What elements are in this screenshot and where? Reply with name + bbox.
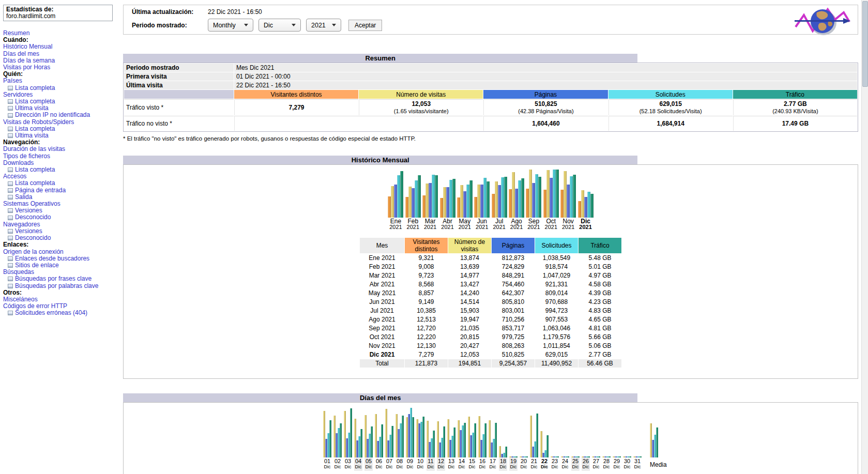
bar: [521, 178, 524, 218]
sidebar-sub-link[interactable]: Enlaces desde buscadores: [3, 255, 123, 262]
value-cell: 1,179,576: [535, 333, 578, 341]
sidebar-sub-link[interactable]: Solicitudes erróneas (404): [3, 310, 123, 316]
days-box: 01Dic02Dic03Dic04Dic05Dic06Dic07Dic08Dic…: [123, 402, 858, 474]
bar-group: [422, 175, 438, 218]
info-label: Última visita: [124, 81, 234, 89]
value-cell: 13,427: [448, 280, 491, 288]
bar: [486, 181, 490, 218]
unseen-bytes: 17.49 GB: [733, 116, 857, 131]
bar-group: [499, 446, 507, 457]
month-cell: May 2021: [360, 289, 404, 297]
total-cell: 56.46 GB: [578, 359, 621, 368]
bar: [418, 175, 421, 218]
value-cell: 21,035: [448, 324, 491, 332]
seen-bytes: 2.77 GB(240.93 KB/Visita): [733, 99, 857, 115]
bar-group: [427, 421, 435, 457]
sidebar-sub-label: Solicitudes erróneas (404): [15, 310, 87, 316]
bar-group: [437, 421, 445, 457]
bar: [573, 175, 576, 218]
blank-header-cell: [124, 90, 234, 99]
bar: [443, 426, 445, 457]
value-cell: 2.77 GB: [578, 350, 621, 359]
bar: [474, 423, 476, 457]
sidebar-sub-label: Búsquedas por frases clave: [15, 276, 92, 282]
list-bullet-icon: [8, 99, 13, 104]
bar: [402, 416, 404, 457]
value-cell: 724,829: [492, 263, 535, 271]
value: 2.77 GB: [736, 100, 855, 108]
column-header-visitors: Visitantes distintos: [234, 90, 358, 99]
value-cell: 14,977: [448, 271, 491, 280]
bar: [453, 427, 455, 457]
bar: [546, 435, 549, 457]
bar: [350, 408, 352, 457]
value: 1,604,460: [486, 120, 605, 127]
sidebar-link[interactable]: Países: [3, 78, 123, 84]
sidebar-sub-link[interactable]: Desconocido: [3, 214, 123, 221]
summary-table: Periodo mostrado Mes Dic 2021 Primera vi…: [123, 63, 858, 132]
month-cell: Oct 2021: [360, 333, 404, 341]
seen-hits: 629,015(52.18 Solicitudes/Visita): [608, 99, 733, 115]
bar-group: [526, 170, 541, 218]
day-label: 28Dic: [602, 457, 611, 471]
day-label: 25Dic: [571, 457, 580, 471]
list-bullet-icon: [8, 106, 13, 111]
monthly-title-bar: Histórico Mensual: [123, 156, 637, 164]
bar-group: [578, 190, 593, 218]
sidebar-link[interactable]: Visitas de Robots/Spiders: [3, 119, 123, 126]
sidebar-link[interactable]: Navegadores: [3, 221, 123, 228]
sidebar-sub-label: Desconocido: [15, 214, 51, 221]
sidebar-sub-link[interactable]: Página de entrada: [3, 187, 123, 194]
value-note: (52.18 Solicitudes/Visita): [639, 108, 702, 114]
unseen-hits: 1,684,914: [608, 116, 733, 131]
value-cell: 808,263: [492, 342, 535, 350]
sidebar-link[interactable]: Tipos de ficheros: [3, 153, 123, 160]
sidebar-sub-link[interactable]: Búsquedas por frases clave: [3, 276, 123, 282]
table-row: Dic 20217,27912,053510,825629,0152.77 GB: [360, 350, 621, 359]
list-bullet-icon: [8, 86, 13, 90]
bar: [505, 447, 507, 457]
vertical-scrollbar[interactable]: [861, 0, 868, 474]
accept-button[interactable]: Aceptar: [348, 20, 382, 31]
table-row: Abr 20218,56813,427754,460921,3314.58 GB: [360, 280, 621, 288]
sidebar-sub-link[interactable]: Búsquedas por palabras clave: [3, 283, 123, 289]
bar-group: [447, 419, 455, 457]
sidebar-sub-label: Búsquedas por palabras clave: [15, 283, 98, 289]
value-cell: 812,873: [492, 254, 535, 262]
month-value: Dic: [264, 22, 273, 29]
value: 629,015: [611, 100, 730, 108]
sidebar-link[interactable]: Días del mes: [3, 51, 123, 57]
scrollbar-thumb[interactable]: [862, 1, 868, 87]
year-select[interactable]: 2021: [306, 19, 341, 32]
sidebar-link[interactable]: Origen de la conexión: [3, 249, 123, 255]
bar: [400, 171, 403, 218]
day-label: 10Dic: [416, 457, 424, 471]
month-cell: Nov 2021: [360, 342, 404, 350]
main-content: Última actualización: 22 Dic 2021 - 16:5…: [123, 0, 858, 474]
column-header: Tráfico: [578, 238, 621, 253]
table-row: Feb 20219,00813,639724,829918,5745.01 GB: [360, 263, 621, 271]
value-cell: 809,014: [535, 289, 578, 297]
days-of-month-section: Días del mes 01Dic02Dic03Dic04Dic05Dic06…: [123, 393, 858, 474]
bar-group: [354, 419, 362, 457]
value-cell: 14,240: [448, 289, 491, 297]
table-row: Periodo mostrado Mes Dic 2021: [124, 64, 857, 72]
value-cell: 1,038,549: [535, 254, 578, 262]
list-bullet-icon: [8, 216, 13, 220]
month-select[interactable]: Dic: [258, 19, 301, 32]
sidebar-link[interactable]: Histórico Mensual: [3, 43, 123, 50]
info-label: Periodo mostrado: [124, 64, 234, 72]
summary-section: Resumen Periodo mostrado Mes Dic 2021 Pr…: [123, 54, 858, 142]
bar-group: [364, 415, 373, 457]
value-cell: 7,279: [405, 350, 448, 359]
month-label: May2021: [457, 218, 473, 230]
bar-group: [458, 420, 466, 457]
sidebar-link[interactable]: Duración de las visitas: [3, 146, 123, 152]
day-label: 19Dic: [509, 457, 517, 471]
sidebar-sub-link[interactable]: Dirección IP no identificada: [3, 112, 123, 118]
period-type-select[interactable]: Monthly: [208, 19, 253, 32]
sidebar-sub-link[interactable]: Lista completa: [3, 180, 123, 187]
value-cell: 4.23 GB: [578, 298, 621, 306]
table-row: Ago 202112,51319,947710,256907,5534.65 G…: [360, 315, 621, 324]
sidebar-sub-link[interactable]: Lista completa: [3, 85, 123, 91]
